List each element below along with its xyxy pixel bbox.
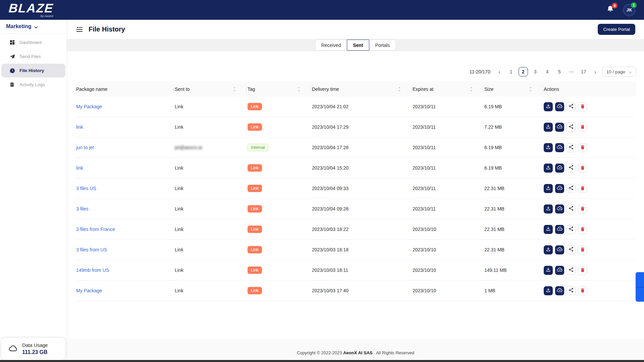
download-button[interactable]: [544, 225, 553, 234]
delete-button[interactable]: [578, 286, 587, 295]
save-to-cloud-button[interactable]: [555, 143, 564, 152]
sent-to-value: Link: [175, 206, 183, 212]
size-value: 6.19 MB: [483, 104, 543, 109]
page-button-1[interactable]: 1: [506, 67, 516, 76]
save-to-cloud-button[interactable]: [555, 266, 564, 275]
save-to-cloud-button[interactable]: [555, 164, 564, 173]
save-to-cloud-button[interactable]: [555, 123, 564, 132]
next-page-button[interactable]: ›: [592, 69, 599, 75]
delete-button[interactable]: [578, 164, 587, 173]
page-button-2[interactable]: 2: [519, 67, 528, 76]
sort-icon[interactable]: [529, 87, 532, 92]
tab-portals[interactable]: Portals: [369, 40, 396, 50]
page-button-3[interactable]: 3: [531, 67, 540, 76]
package-name-link[interactable]: 149mb from US: [76, 267, 109, 273]
sort-icon[interactable]: [470, 87, 473, 92]
sidebar-item-dashboard[interactable]: Dashboard: [1, 36, 65, 49]
package-name-link[interactable]: link: [76, 165, 83, 171]
page-button-4[interactable]: 4: [543, 67, 552, 76]
page-button-17[interactable]: 17: [579, 67, 588, 76]
blaze-logo[interactable]: BLAZE by AeonX: [9, 2, 53, 18]
delete-button[interactable]: [578, 143, 587, 152]
table-row: My PackageLinkLink2023/10/04 21:022023/1…: [75, 97, 636, 117]
package-name-link[interactable]: link: [76, 124, 83, 130]
sidebar-item-file-history[interactable]: File History: [1, 64, 65, 77]
page-size-select[interactable]: 10 / page: [602, 67, 636, 77]
menu-fold-icon[interactable]: [76, 26, 83, 33]
page-header: File History Create Portal: [67, 20, 644, 39]
package-name-link[interactable]: jun to jet: [76, 145, 94, 150]
delivery-time-value: 2023/10/04 17:28: [311, 145, 412, 150]
save-to-cloud-button[interactable]: [555, 184, 564, 193]
delete-button[interactable]: [578, 184, 587, 193]
copyright-text: Copyright © 2022-2023 AeonX AI SAS . All…: [67, 350, 644, 355]
download-icon: [546, 165, 551, 171]
column-header-sent-to[interactable]: Sent to: [174, 81, 247, 97]
delete-button[interactable]: [578, 245, 587, 254]
delete-button[interactable]: [578, 225, 587, 234]
package-name-link[interactable]: 3 files from France: [76, 227, 115, 232]
prev-page-button[interactable]: ‹: [496, 69, 503, 75]
column-header-expires-at[interactable]: Expires at: [412, 81, 483, 97]
share-button[interactable]: [567, 102, 576, 111]
tag-badge: Internal: [248, 144, 268, 151]
share-button[interactable]: [567, 225, 576, 234]
package-name-link[interactable]: 3 files from US: [76, 247, 107, 252]
column-header-size[interactable]: Size: [483, 81, 543, 97]
sort-icon[interactable]: [233, 87, 236, 92]
save-to-cloud-button[interactable]: [555, 225, 564, 234]
delete-icon: [580, 145, 585, 150]
delivery-time-value: 2023/10/04 21:02: [311, 104, 412, 109]
share-button[interactable]: [567, 184, 576, 193]
save-to-cloud-button[interactable]: [555, 286, 564, 295]
share-button[interactable]: [567, 143, 576, 152]
delete-button[interactable]: [578, 102, 587, 111]
download-button[interactable]: [544, 286, 553, 295]
share-icon: [569, 288, 574, 294]
share-icon: [569, 144, 574, 150]
column-header-delivery-time[interactable]: Delivery time: [311, 81, 412, 97]
row-actions: [544, 102, 636, 111]
package-name-link[interactable]: 3 files US: [76, 186, 96, 191]
download-button[interactable]: [544, 245, 553, 254]
download-button[interactable]: [544, 102, 553, 111]
save-to-cloud-button[interactable]: [555, 245, 564, 254]
page-button-5[interactable]: 5: [555, 67, 564, 76]
tab-sent[interactable]: Sent: [347, 40, 369, 51]
delete-button[interactable]: [578, 266, 587, 275]
sort-icon[interactable]: [398, 87, 401, 92]
workspace-selector[interactable]: Marketing: [0, 20, 67, 34]
package-name-link[interactable]: My Package: [76, 288, 102, 293]
package-name-link[interactable]: 3 files: [76, 206, 89, 212]
sort-icon[interactable]: [298, 87, 300, 92]
share-button[interactable]: [567, 245, 576, 254]
download-button[interactable]: [544, 184, 553, 193]
column-header-package-name: Package name: [75, 81, 174, 97]
save-to-cloud-button[interactable]: [555, 102, 564, 111]
expires-at-value: 2023/10/11: [412, 104, 483, 109]
notifications-button[interactable]: 8: [606, 5, 614, 15]
feedback-widget[interactable]: [636, 272, 644, 302]
package-name-link[interactable]: My Package: [76, 104, 102, 109]
share-button[interactable]: [567, 204, 576, 214]
delete-button[interactable]: [578, 123, 587, 132]
share-button[interactable]: [567, 123, 576, 132]
save-to-cloud-button[interactable]: [555, 204, 564, 214]
share-button[interactable]: [567, 266, 576, 275]
download-button[interactable]: [544, 204, 553, 214]
share-button[interactable]: [567, 286, 576, 295]
expires-at-value: 2023/10/11: [412, 145, 483, 150]
share-button[interactable]: [567, 164, 576, 173]
tab-received[interactable]: Received: [315, 40, 347, 50]
create-portal-button[interactable]: Create Portal: [598, 24, 635, 35]
sidebar-item-activity-logs[interactable]: Activity Logs: [1, 78, 65, 92]
download-button[interactable]: [544, 123, 553, 132]
user-menu[interactable]: JK 1: [623, 4, 635, 16]
size-value: 6.19 MB: [483, 145, 543, 150]
sidebar-item-send-files[interactable]: Send Files: [1, 50, 65, 63]
download-button[interactable]: [544, 164, 553, 173]
column-header-tag[interactable]: Tag: [247, 81, 311, 97]
download-button[interactable]: [544, 266, 553, 275]
delete-button[interactable]: [578, 204, 587, 214]
download-button[interactable]: [544, 143, 553, 152]
